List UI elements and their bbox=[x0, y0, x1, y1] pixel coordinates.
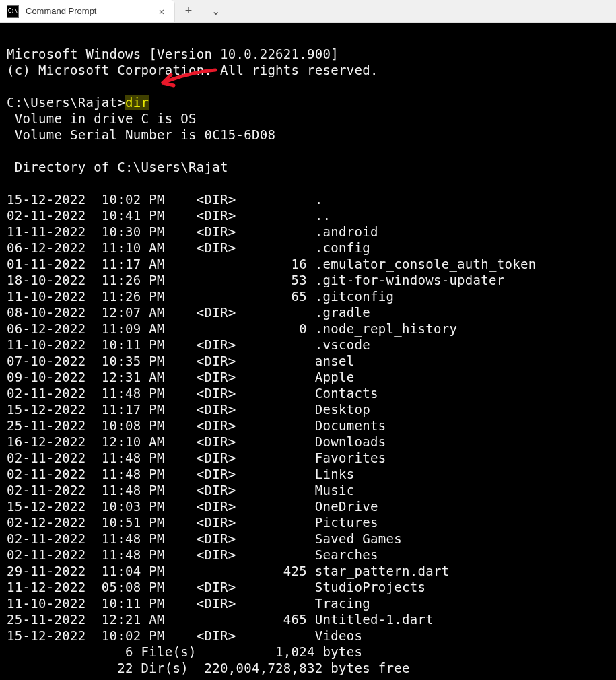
directory-listing: 15-12-2022 10:02 PM <DIR> . 02-11-2022 1… bbox=[7, 191, 609, 644]
banner-line-2: (c) Microsoft Corporation. All rights re… bbox=[7, 63, 378, 77]
prompt-line: C:\Users\Rajat>dir bbox=[7, 95, 149, 110]
serial-line: Volume Serial Number is 0C15-6D08 bbox=[7, 127, 275, 142]
summary-dirs: 22 Dir(s) 220,004,728,832 bytes free bbox=[7, 660, 410, 675]
cmd-icon: C:\ bbox=[7, 5, 19, 18]
prompt-text: C:\Users\Rajat> bbox=[7, 95, 125, 110]
terminal-output[interactable]: Microsoft Windows [Version 10.0.22621.90… bbox=[0, 23, 616, 680]
tab-dropdown-button[interactable]: ⌄ bbox=[202, 0, 229, 23]
tab-title: Command Prompt bbox=[26, 6, 147, 16]
close-icon: ✕ bbox=[159, 6, 164, 17]
active-tab[interactable]: C:\ Command Prompt ✕ bbox=[0, 0, 175, 22]
plus-icon: + bbox=[185, 4, 193, 18]
titlebar-actions: + ⌄ bbox=[175, 0, 229, 22]
directory-of-line: Directory of C:\Users\Rajat bbox=[7, 160, 228, 174]
command-text: dir bbox=[125, 95, 149, 110]
new-tab-button[interactable]: + bbox=[175, 0, 202, 23]
banner-line-1: Microsoft Windows [Version 10.0.22621.90… bbox=[7, 46, 339, 61]
chevron-down-icon: ⌄ bbox=[211, 5, 220, 18]
close-tab-button[interactable]: ✕ bbox=[154, 4, 169, 19]
titlebar: C:\ Command Prompt ✕ + ⌄ bbox=[0, 0, 616, 23]
summary-files: 6 File(s) 1,024 bytes bbox=[7, 644, 362, 659]
volume-line: Volume in drive C is OS bbox=[7, 111, 197, 126]
